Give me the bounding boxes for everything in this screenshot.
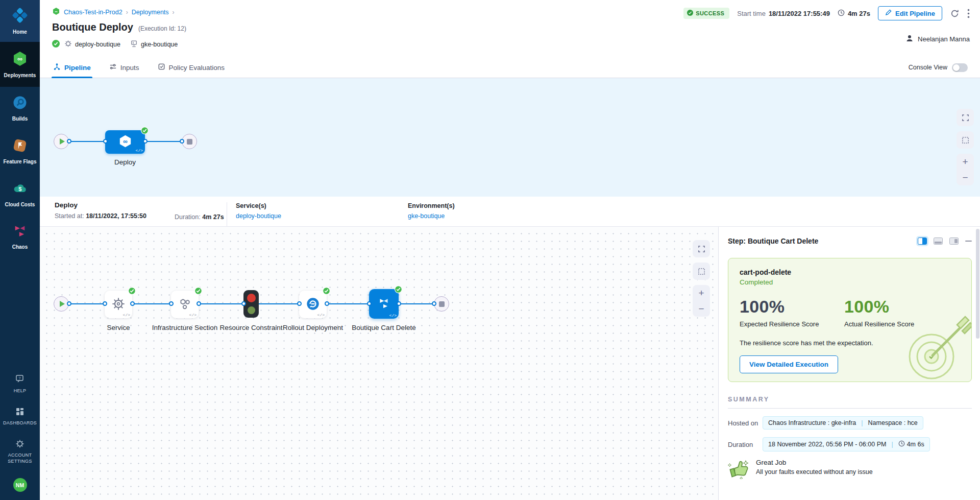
code-icon: </>: [389, 313, 397, 318]
stage-details-title: Deploy: [55, 201, 175, 209]
layout-bottom-icon[interactable]: [934, 237, 943, 245]
actual-score-label: Actual Resilience Score: [844, 320, 949, 328]
sidebar-item-account-settings[interactable]: ACCOUNT SETTINGS: [0, 433, 40, 471]
connector-dot: [325, 301, 329, 306]
app-root: Home ∞ Deployments Builds: [0, 0, 980, 500]
more-options-kebab-icon[interactable]: [967, 9, 970, 18]
step-node-rollout[interactable]: </>: [299, 291, 327, 318]
stage-duration: Duration: 4m 27s: [175, 213, 227, 221]
step-label: Infrastructure Section: [152, 323, 218, 333]
marquee-select-icon[interactable]: [693, 263, 710, 280]
fullscreen-icon[interactable]: [957, 109, 974, 126]
gear-icon: [64, 40, 72, 49]
layout-split-right-icon[interactable]: [918, 237, 927, 245]
bottom-split: </> </>: [40, 226, 980, 500]
sidebar-item-label: Chaos: [11, 244, 29, 250]
fullscreen-icon[interactable]: [693, 240, 710, 257]
connector-dot: [432, 301, 436, 306]
cd-module-icon: ∞: [12, 51, 28, 68]
user-avatar[interactable]: NM: [13, 478, 27, 492]
hosted-on-pill: Chaos Infrastructure : gke-infra | Names…: [763, 416, 923, 430]
svg-text:$: $: [18, 185, 22, 192]
cd-stage-icon: ∞: [118, 134, 132, 150]
scrollbar-thumb[interactable]: [976, 229, 979, 339]
sidebar: Home ∞ Deployments Builds: [0, 0, 40, 500]
success-check-badge: [194, 287, 202, 296]
expected-score-block: 100% Expected Resilience Score: [740, 297, 844, 328]
sidebar-item-feature-flags[interactable]: Feature Flags: [0, 130, 40, 173]
rollout-deployment-icon: [306, 297, 320, 313]
duration-row: Duration 18 November 2022, 05:56 PM - 06…: [728, 437, 972, 451]
environment-tag[interactable]: gke-boutique: [130, 40, 178, 49]
edit-pipeline-button[interactable]: Edit Pipeline: [878, 6, 942, 20]
service-link[interactable]: deploy-boutique: [236, 212, 281, 220]
sidebar-item-cloud-costs[interactable]: $ Cloud Costs: [0, 173, 40, 216]
infrastructure-icon: [178, 297, 192, 313]
sidebar-item-builds[interactable]: Builds: [0, 87, 40, 130]
breadcrumb-separator: ›: [126, 9, 128, 16]
pencil-icon: [885, 9, 892, 17]
breadcrumb-deployments-link[interactable]: Deployments: [132, 9, 169, 16]
duration-pill: 18 November 2022, 05:56 PM - 06:00 PM | …: [763, 437, 930, 451]
hosted-on-label: Hosted on: [728, 419, 760, 427]
header-right: SUCCESS Start time 18/11/2022 17:55:49 4…: [683, 6, 970, 44]
sidebar-item-help[interactable]: ? HELP: [0, 368, 40, 400]
tab-policy-evaluations[interactable]: Policy Evaluations: [158, 57, 225, 78]
zoom-in-icon[interactable]: +: [957, 154, 974, 170]
stage-node-deploy[interactable]: ∞ </>: [105, 130, 145, 154]
code-icon: </>: [136, 148, 143, 153]
started-at-label: Started at:: [55, 212, 84, 220]
service-tag[interactable]: deploy-boutique: [64, 40, 120, 49]
stop-icon: [439, 301, 445, 307]
services-label: Service(s): [236, 202, 281, 209]
start-time-value: 18/11/2022 17:55:49: [769, 10, 830, 17]
stage-pipeline-canvas[interactable]: ∞ </> Deploy: [40, 78, 980, 197]
marquee-select-icon[interactable]: [957, 131, 974, 149]
traffic-light-green: [248, 306, 255, 314]
play-icon: [60, 301, 65, 307]
connector-dot: [169, 301, 174, 306]
tab-pipeline[interactable]: Pipeline: [53, 57, 91, 78]
view-detailed-execution-button[interactable]: View Detailed Execution: [740, 355, 838, 373]
zoom-out-icon[interactable]: −: [957, 170, 974, 185]
step-node-infrastructure[interactable]: </>: [171, 291, 199, 318]
cd-breadcrumb-icon: ∞: [52, 7, 60, 17]
connector-line: [69, 141, 106, 142]
status-badge: SUCCESS: [683, 8, 729, 19]
status-row: SUCCESS Start time 18/11/2022 17:55:49 4…: [683, 6, 970, 20]
minimize-icon[interactable]: [965, 241, 972, 242]
environment-link[interactable]: gke-boutique: [408, 212, 455, 220]
zoom-in-icon[interactable]: +: [693, 285, 710, 301]
layout-right-icon[interactable]: [949, 237, 959, 245]
sidebar-item-deployments[interactable]: ∞ Deployments: [0, 42, 40, 87]
stop-icon: [187, 139, 192, 145]
connector-dot: [67, 139, 71, 144]
sidebar-item-chaos[interactable]: Chaos: [0, 216, 40, 258]
zoom-out-icon[interactable]: −: [693, 301, 710, 317]
svg-text:∞: ∞: [123, 138, 128, 145]
sidebar-item-dashboards[interactable]: DASHBOARDS: [0, 400, 40, 433]
step-label: Service: [85, 323, 152, 333]
step-node-boutique-cart-delete[interactable]: </>: [369, 289, 399, 319]
duration-value: 4m 27s: [848, 10, 870, 17]
tabbar: Pipeline Inputs Policy Evaluations Conso…: [40, 57, 980, 78]
sidebar-item-home[interactable]: Home: [0, 0, 40, 42]
tab-inputs[interactable]: Inputs: [109, 57, 139, 78]
step-node-service[interactable]: </>: [105, 291, 132, 318]
hosted-on-infra: Chaos Infrastructure : gke-infra: [768, 419, 856, 426]
breadcrumb-project-link[interactable]: Chaos-Test-in-Prod2: [64, 9, 122, 16]
traffic-light-red: [247, 294, 256, 302]
main-area: ∞ Chaos-Test-in-Prod2 › Deployments › Bo…: [40, 0, 980, 500]
execution-graph-canvas[interactable]: </> </>: [40, 227, 719, 500]
zoom-controls: + −: [693, 285, 710, 317]
play-icon: [60, 138, 65, 145]
step-label: Boutique Cart Delete: [351, 323, 417, 333]
refresh-icon[interactable]: [950, 9, 960, 18]
connector-dot: [180, 139, 184, 144]
resilience-message: The resilience score has met the expecta…: [740, 339, 960, 347]
console-view-toggle[interactable]: [952, 63, 968, 72]
scrollbar[interactable]: [976, 229, 979, 498]
summary-duration-value: 4m 6s: [907, 441, 924, 448]
connector-dot: [197, 301, 201, 306]
chaos-module-icon: [13, 224, 27, 240]
